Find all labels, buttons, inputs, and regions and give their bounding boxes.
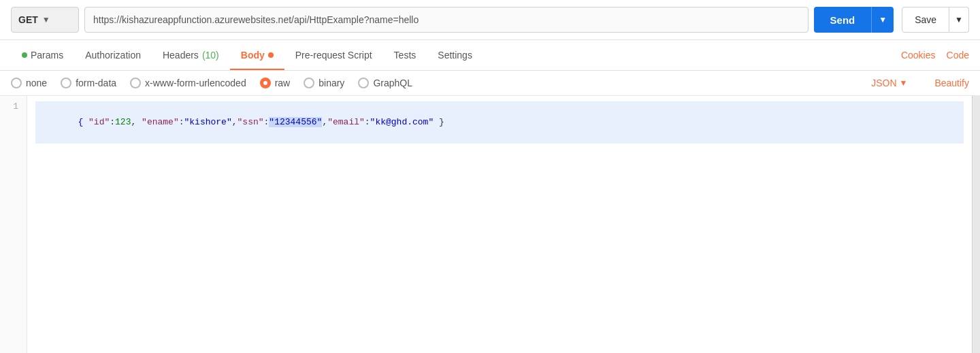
method-chevron-icon: ▼ [42,15,50,24]
save-btn-group: Save ▼ [902,7,969,33]
cookies-link[interactable]: Cookies [901,50,936,61]
method-selector[interactable]: GET ▼ [11,7,79,33]
tab-tests-label: Tests [394,50,416,61]
radio-graphql [358,78,369,88]
params-dot [22,52,27,58]
code-colon-2: : [179,117,184,127]
url-input[interactable] [84,7,808,33]
option-form-data[interactable]: form-data [61,78,116,88]
option-urlencoded[interactable]: x-www-form-urlencoded [130,78,246,88]
code-editor: 1 { "id":123, "ename":"kishore","ssn":"1… [0,96,980,353]
scrollbar[interactable] [972,96,980,353]
code-val-id: 123 [115,117,131,127]
send-dropdown-button[interactable]: ▼ [871,7,894,33]
tab-params-label: Params [31,50,63,61]
send-button[interactable]: Send [814,7,872,33]
code-link[interactable]: Code [947,50,969,61]
tab-authorization-label: Authorization [85,50,141,61]
body-dot [268,52,274,58]
app-container: GET ▼ Send ▼ Save ▼ Params Authorization… [0,0,980,353]
code-key-id: "id" [88,117,110,127]
option-urlencoded-label: x-www-form-urlencoded [145,78,246,88]
tabs-left: Params Authorization Headers (10) Body P… [11,40,901,70]
code-val-ename: "kishore" [184,117,232,127]
code-key-ename: "ename" [142,117,179,127]
code-content[interactable]: { "id":123, "ename":"kishore","ssn":"123… [27,96,972,353]
tab-pre-request-script[interactable]: Pre-request Script [284,40,383,70]
code-key-ssn: "ssn" [238,117,264,127]
tab-headers[interactable]: Headers (10) [152,40,230,70]
code-val-ssn: "12344556" [269,117,322,127]
option-graphql[interactable]: GraphQL [358,78,412,88]
method-label: GET [18,14,38,25]
code-brace-close: } [434,117,444,127]
option-none[interactable]: none [11,78,47,88]
option-form-data-label: form-data [76,78,116,88]
tab-settings[interactable]: Settings [427,40,483,70]
code-colon-4: : [365,117,370,127]
radio-binary [304,78,314,88]
code-line-1: { "id":123, "ename":"kishore","ssn":"123… [35,101,964,144]
option-raw[interactable]: raw [260,78,291,88]
tab-authorization[interactable]: Authorization [74,40,152,70]
code-val-email: "kk@ghd.com" [370,117,434,127]
option-raw-label: raw [275,78,291,88]
json-format-label: JSON [871,78,896,88]
tab-body[interactable]: Body [230,40,284,70]
code-comma-2: , [232,117,238,127]
code-comma-1: , [131,117,142,127]
code-colon-1: : [110,117,115,127]
line-number-1: 1 [8,101,18,112]
line-numbers: 1 [0,96,27,353]
send-btn-group: Send ▼ [814,7,894,33]
headers-count: (10) [202,50,219,61]
tab-params[interactable]: Params [11,40,74,70]
option-none-label: none [26,78,47,88]
json-format-chevron-icon: ▼ [900,78,908,88]
option-binary-label: binary [318,78,344,88]
radio-form-data [61,78,71,88]
save-dropdown-button[interactable]: ▼ [949,7,969,33]
option-binary[interactable]: binary [304,78,344,88]
tab-pre-request-label: Pre-request Script [295,50,372,61]
beautify-button[interactable]: Beautify [934,78,969,88]
tab-tests[interactable]: Tests [383,40,427,70]
json-format-selector[interactable]: JSON ▼ [871,78,907,88]
tabs-right: Cookies Code [901,50,969,61]
tabs-bar: Params Authorization Headers (10) Body P… [0,40,980,71]
radio-none [11,78,22,88]
tab-headers-label: Headers [163,50,199,61]
tab-body-label: Body [241,50,265,61]
radio-urlencoded [130,78,141,88]
body-options-bar: none form-data x-www-form-urlencoded raw… [0,71,980,96]
save-button[interactable]: Save [902,7,949,33]
code-brace-open: { [78,117,88,127]
top-bar: GET ▼ Send ▼ Save ▼ [0,0,980,40]
option-graphql-label: GraphQL [373,78,412,88]
tab-settings-label: Settings [438,50,472,61]
code-key-email: "email" [327,117,365,127]
radio-raw [260,78,271,88]
